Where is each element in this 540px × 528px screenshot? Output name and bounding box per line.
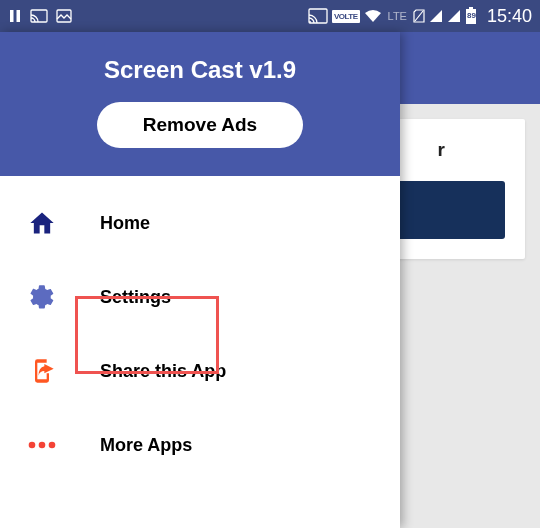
status-bar: VOLTE LTE 89 15:40 xyxy=(0,0,540,32)
svg-point-11 xyxy=(49,442,56,449)
svg-point-10 xyxy=(39,442,46,449)
remove-ads-button[interactable]: Remove Ads xyxy=(97,102,303,148)
svg-point-9 xyxy=(29,442,36,449)
status-left xyxy=(8,9,72,23)
signal-icon-1 xyxy=(429,9,443,23)
drawer-item-more-apps[interactable]: More Apps xyxy=(0,408,400,482)
clock: 15:40 xyxy=(487,6,532,27)
battery-level: 89 xyxy=(467,11,476,20)
cast-small-icon xyxy=(30,9,48,23)
cast-icon xyxy=(308,8,328,24)
volte-badge: VOLTE xyxy=(332,10,360,23)
drawer-item-label: Share this App xyxy=(100,361,226,382)
pause-icon xyxy=(8,9,22,23)
lte-label: LTE xyxy=(388,10,407,22)
drawer-item-label: More Apps xyxy=(100,435,192,456)
drawer-item-settings[interactable]: Settings xyxy=(0,260,400,334)
nav-drawer: Screen Cast v1.9 Remove Ads Home Setting… xyxy=(0,32,400,528)
battery-icon: 89 xyxy=(465,7,477,25)
dots-icon xyxy=(26,429,58,461)
status-right: VOLTE LTE 89 15:40 xyxy=(308,6,532,27)
gear-icon xyxy=(26,281,58,313)
svg-rect-0 xyxy=(10,10,14,22)
svg-rect-7 xyxy=(469,7,473,9)
drawer-item-home[interactable]: Home xyxy=(0,186,400,260)
svg-rect-1 xyxy=(17,10,21,22)
drawer-title: Screen Cast v1.9 xyxy=(0,56,400,84)
home-icon xyxy=(26,207,58,239)
drawer-item-label: Home xyxy=(100,213,150,234)
signal-icon-2 xyxy=(447,9,461,23)
drawer-header: Screen Cast v1.9 Remove Ads xyxy=(0,32,400,176)
drawer-item-label: Settings xyxy=(100,287,171,308)
share-icon xyxy=(26,355,58,387)
drawer-item-share[interactable]: Share this App xyxy=(0,334,400,408)
drawer-items: Home Settings Share this App More Apps xyxy=(0,176,400,482)
svg-line-6 xyxy=(415,11,423,21)
wifi-icon xyxy=(364,9,382,23)
svg-point-5 xyxy=(309,21,311,23)
no-sim-icon xyxy=(413,9,425,23)
image-icon xyxy=(56,9,72,23)
